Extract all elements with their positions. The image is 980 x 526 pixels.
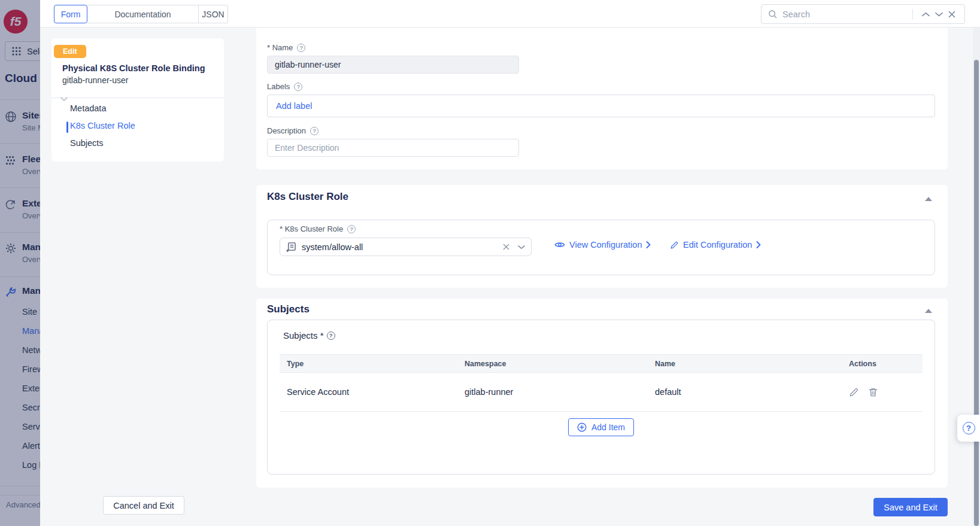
view-configuration-link[interactable]: View Configuration (554, 240, 651, 250)
add-item-label: Add Item (591, 422, 625, 432)
chevron-right-icon (646, 241, 651, 248)
chevron-down-icon (935, 12, 943, 17)
labels-box: Add label (267, 95, 935, 117)
subjects-label-text: Subjects * (283, 330, 324, 340)
plus-circle-icon (577, 422, 587, 432)
name-label-text: * Name (267, 43, 293, 52)
search-icon (767, 9, 778, 19)
subject-name-cell: default (655, 387, 849, 397)
view-tabs: Form Documentation JSON (54, 5, 228, 23)
pencil-icon (670, 241, 679, 250)
description-input[interactable] (267, 139, 519, 157)
table-row: Service Account gitlab-runner default (280, 373, 923, 412)
column-header-namespace: Namespace (465, 360, 655, 368)
collapse-section-icon[interactable] (925, 309, 932, 313)
tab-json[interactable]: JSON (199, 5, 228, 23)
labels-label-text: Labels (267, 82, 290, 91)
form-nav-metadata[interactable]: Metadata (70, 104, 106, 113)
search-prev-button[interactable] (919, 8, 932, 21)
tab-form[interactable]: Form (54, 5, 87, 23)
name-input[interactable] (267, 56, 519, 74)
object-type-title: Physical K8S Cluster Role Binding (62, 63, 205, 73)
help-icon[interactable]: ? (327, 332, 335, 340)
question-icon: ? (963, 422, 975, 434)
cluster-role-selected-value: system/allow-all (302, 242, 497, 252)
edit-configuration-link[interactable]: Edit Configuration (670, 240, 761, 250)
search-input[interactable] (782, 10, 906, 19)
panel-body: Edit Physical K8S Cluster Role Binding g… (40, 28, 980, 526)
section-heading: K8s Cluster Role (267, 191, 348, 203)
reference-object-icon (286, 242, 296, 253)
eye-icon (554, 241, 565, 248)
help-icon[interactable]: ? (294, 83, 302, 91)
scrollbar-thumb[interactable] (974, 60, 979, 526)
clear-selection-icon[interactable] (503, 244, 509, 250)
k8s-cluster-role-card: K8s Cluster Role * K8s Cluster Role ? (256, 185, 948, 288)
subjects-fieldset: Subjects * ? Type Namespace Name Actions… (267, 320, 935, 475)
edit-object-panel: Form Documentation JSON (40, 0, 980, 526)
help-button[interactable]: ? (957, 415, 980, 442)
search-next-button[interactable] (932, 8, 945, 21)
tab-documentation[interactable]: Documentation (87, 5, 199, 23)
add-item-button[interactable]: Add Item (568, 418, 634, 436)
scrollbar[interactable] (973, 28, 980, 526)
metadata-card: * Name ? Labels ? Add label Description … (256, 28, 948, 169)
help-icon[interactable]: ? (347, 225, 356, 233)
cluster-role-label-text: * K8s Cluster Role (280, 224, 343, 233)
close-icon (948, 11, 955, 18)
object-name: gitlab-runner-user (62, 75, 129, 85)
column-header-actions: Actions (849, 360, 923, 368)
subject-type-cell: Service Account (280, 387, 465, 397)
cluster-role-field-label: * K8s Cluster Role ? (280, 224, 356, 233)
column-header-name: Name (655, 360, 849, 368)
close-search-button[interactable] (945, 8, 958, 21)
dropdown-chevron-icon[interactable] (518, 245, 525, 250)
search-bar (761, 4, 965, 24)
subjects-table-header: Type Namespace Name Actions (280, 354, 923, 373)
edit-configuration-label: Edit Configuration (683, 240, 752, 250)
object-summary-panel: Edit Physical K8S Cluster Role Binding g… (51, 38, 224, 162)
save-and-exit-button[interactable]: Save and Exit (873, 498, 948, 516)
divider (51, 98, 224, 98)
help-icon[interactable]: ? (310, 127, 318, 135)
subjects-field-label: Subjects * ? (283, 330, 335, 340)
section-heading: Subjects (267, 303, 310, 315)
active-nav-indicator (66, 121, 68, 133)
add-label-button[interactable]: Add label (276, 101, 312, 111)
chevron-up-icon (922, 12, 930, 17)
form-nav-k8s-cluster-role[interactable]: K8s Cluster Role (70, 121, 135, 130)
help-icon[interactable]: ? (297, 44, 305, 52)
subjects-card: Subjects Subjects * ? Type Namespace Nam… (256, 299, 948, 488)
view-configuration-label: View Configuration (569, 240, 642, 250)
description-label-text: Description (267, 126, 306, 135)
description-field-label: Description ? (267, 126, 318, 135)
divider (912, 9, 913, 20)
cluster-role-fieldset: * K8s Cluster Role ? system/allow-all (267, 220, 935, 275)
subject-namespace-cell: gitlab-runner (465, 387, 655, 397)
chevron-right-icon (756, 241, 761, 248)
delete-row-icon[interactable] (868, 387, 878, 397)
name-field-label: * Name ? (267, 43, 305, 52)
form-nav-subjects[interactable]: Subjects (70, 138, 104, 148)
column-header-type: Type (280, 360, 465, 368)
collapse-caret-icon[interactable] (60, 97, 68, 102)
edit-badge: Edit (54, 45, 86, 58)
labels-field-label: Labels ? (267, 82, 302, 91)
collapse-section-icon[interactable] (925, 197, 932, 201)
cancel-and-exit-button[interactable]: Cancel and Exit (103, 496, 184, 515)
cluster-role-select[interactable]: system/allow-all (280, 238, 532, 256)
panel-header: Form Documentation JSON (40, 0, 980, 28)
edit-row-icon[interactable] (849, 387, 859, 397)
